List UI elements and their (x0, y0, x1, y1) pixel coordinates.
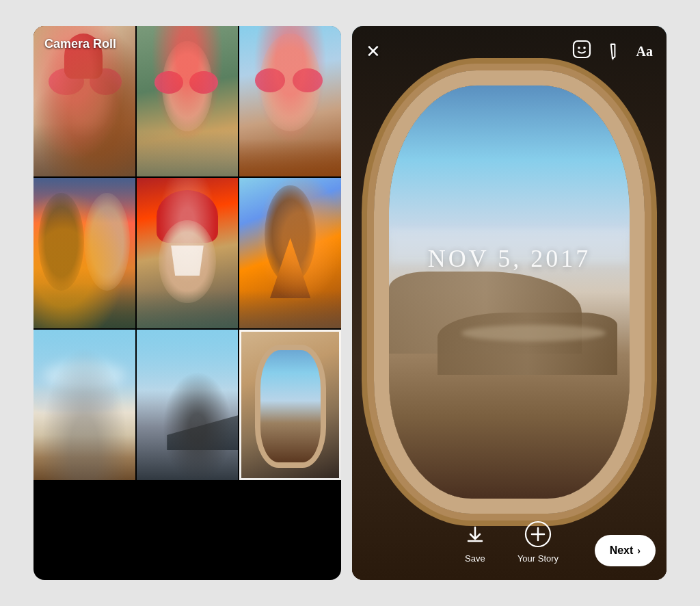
next-button[interactable]: Next › (595, 535, 656, 566)
window-frame (374, 70, 645, 514)
photo-cell-4[interactable] (33, 178, 135, 328)
photo-cell-6[interactable] (239, 178, 341, 328)
photo-cell-2[interactable] (137, 26, 239, 176)
app-container: Camera Roll (0, 0, 700, 606)
sticker-icon[interactable] (572, 40, 591, 64)
story-toolbar: ✕ (352, 26, 667, 77)
svg-point-2 (583, 47, 586, 49)
story-image-container: NOV 5, 2017 (352, 26, 667, 580)
svg-point-1 (578, 47, 580, 49)
next-button-label: Next (610, 544, 634, 557)
photo-grid (33, 26, 341, 580)
svg-rect-0 (574, 41, 590, 57)
toolbar-left: ✕ (366, 41, 381, 62)
save-label: Save (465, 553, 485, 564)
draw-icon[interactable] (600, 38, 628, 66)
your-story-action[interactable]: Your Story (517, 519, 558, 564)
your-story-icon (523, 519, 553, 549)
photo-cell-5[interactable] (137, 178, 239, 328)
photo-cell-8[interactable] (137, 330, 239, 480)
toolbar-right: Aa (572, 40, 653, 64)
camera-roll-title: Camera Roll (33, 26, 127, 57)
camera-roll-panel: Camera Roll (33, 26, 341, 580)
photo-cell-9[interactable] (239, 330, 341, 480)
text-tool-button[interactable]: Aa (636, 44, 653, 60)
story-background: NOV 5, 2017 (352, 26, 667, 580)
story-editor-panel: ✕ (352, 26, 667, 580)
your-story-label: Your Story (517, 553, 558, 564)
date-overlay: NOV 5, 2017 (428, 244, 591, 273)
next-chevron-icon: › (637, 545, 641, 556)
photo-cell-3[interactable] (239, 26, 341, 176)
photo-cell-7[interactable] (33, 330, 135, 480)
save-icon (460, 519, 490, 549)
story-bottom-actions: Save Your Story Next › (352, 508, 667, 580)
close-button[interactable]: ✕ (366, 41, 381, 62)
save-action[interactable]: Save (460, 519, 490, 564)
